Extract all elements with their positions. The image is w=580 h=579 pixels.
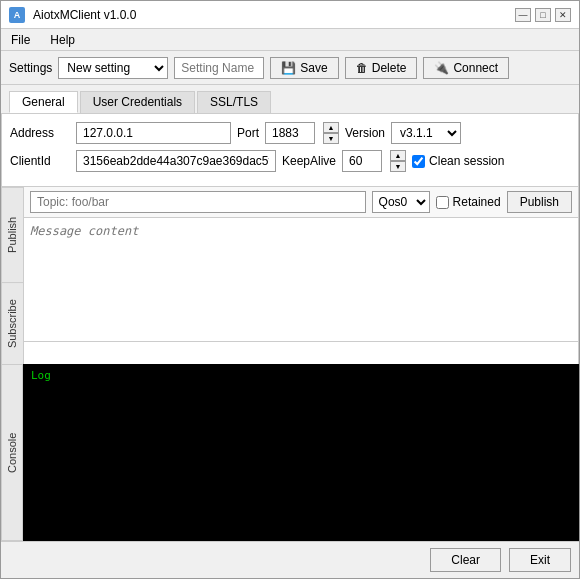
clear-button[interactable]: Clear [430, 548, 501, 572]
setting-name-input[interactable] [174, 57, 264, 79]
console-side-label: Console [1, 364, 23, 541]
clientid-label: ClientId [10, 154, 70, 168]
keepalive-spinner: ▲ ▼ [390, 150, 406, 172]
connect-icon: 🔌 [434, 61, 449, 75]
mid-section: Publish Subscribe Qos0 Qos1 Qos2 [1, 187, 579, 364]
keepalive-down-button[interactable]: ▼ [390, 161, 406, 172]
keepalive-label: KeepAlive [282, 154, 336, 168]
save-icon: 💾 [281, 61, 296, 75]
title-bar-left: A AiotxMClient v1.0.0 [9, 7, 136, 23]
title-bar: A AiotxMClient v1.0.0 — □ ✕ [1, 1, 579, 29]
qos-select[interactable]: Qos0 Qos1 Qos2 [372, 191, 430, 213]
clientid-row: ClientId KeepAlive ▲ ▼ Clean session [10, 150, 570, 172]
tab-general[interactable]: General [9, 91, 78, 113]
message-content-input[interactable] [24, 218, 578, 338]
right-main: Qos0 Qos1 Qos2 Retained Publish [23, 187, 579, 364]
close-button[interactable]: ✕ [555, 8, 571, 22]
address-input[interactable] [76, 122, 231, 144]
topic-input[interactable] [30, 191, 366, 213]
toolbar: Settings New setting 💾 Save 🗑 Delete 🔌 C… [1, 51, 579, 85]
save-button[interactable]: 💾 Save [270, 57, 338, 79]
keepalive-up-button[interactable]: ▲ [390, 150, 406, 161]
tab-user-credentials[interactable]: User Credentials [80, 91, 195, 113]
tab-ssl-tls[interactable]: SSL/TLS [197, 91, 271, 113]
delete-icon: 🗑 [356, 61, 368, 75]
settings-label: Settings [9, 61, 52, 75]
version-select[interactable]: v3.1.1 v3.1 v5.0 [391, 122, 461, 144]
address-label: Address [10, 126, 70, 140]
port-up-button[interactable]: ▲ [323, 122, 339, 133]
menu-bar: File Help [1, 29, 579, 51]
console-area: Log [23, 364, 579, 541]
console-log-text: Log [31, 369, 51, 382]
menu-file[interactable]: File [7, 32, 34, 48]
publish-side-label: Publish [1, 187, 23, 282]
publish-toolbar: Qos0 Qos1 Qos2 Retained Publish [24, 187, 578, 218]
window-controls: — □ ✕ [515, 8, 571, 22]
tabs-area: General User Credentials SSL/TLS [1, 85, 579, 114]
subscribe-area [23, 342, 579, 364]
console-wrapper: Console Log [1, 364, 579, 541]
maximize-button[interactable]: □ [535, 8, 551, 22]
clean-session-wrapper: Clean session [412, 154, 504, 168]
port-spinner: ▲ ▼ [323, 122, 339, 144]
publish-area: Qos0 Qos1 Qos2 Retained Publish [23, 187, 579, 342]
app-title: AiotxMClient v1.0.0 [33, 8, 136, 22]
keepalive-input[interactable] [342, 150, 382, 172]
connect-button[interactable]: 🔌 Connect [423, 57, 509, 79]
retained-checkbox[interactable] [436, 196, 449, 209]
pub-label-col: Publish Subscribe [1, 187, 23, 364]
exit-button[interactable]: Exit [509, 548, 571, 572]
subscribe-side-label: Subscribe [1, 282, 23, 364]
settings-dropdown[interactable]: New setting [58, 57, 168, 79]
retained-label: Retained [453, 195, 501, 209]
minimize-button[interactable]: — [515, 8, 531, 22]
publish-button[interactable]: Publish [507, 191, 572, 213]
retained-wrapper: Retained [436, 195, 501, 209]
menu-help[interactable]: Help [46, 32, 79, 48]
version-label: Version [345, 126, 385, 140]
bottom-bar: Clear Exit [1, 541, 579, 578]
clientid-input[interactable] [76, 150, 276, 172]
tab-content-general: Address Port ▲ ▼ Version v3.1.1 v3.1 v5.… [1, 114, 579, 187]
delete-button[interactable]: 🗑 Delete [345, 57, 418, 79]
port-input[interactable] [265, 122, 315, 144]
app-icon: A [9, 7, 25, 23]
clean-session-checkbox[interactable] [412, 155, 425, 168]
port-down-button[interactable]: ▼ [323, 133, 339, 144]
app-window: A AiotxMClient v1.0.0 — □ ✕ File Help Se… [0, 0, 580, 579]
clean-session-label: Clean session [429, 154, 504, 168]
port-label: Port [237, 126, 259, 140]
address-row: Address Port ▲ ▼ Version v3.1.1 v3.1 v5.… [10, 122, 570, 144]
main-layout: General User Credentials SSL/TLS Address… [1, 85, 579, 541]
